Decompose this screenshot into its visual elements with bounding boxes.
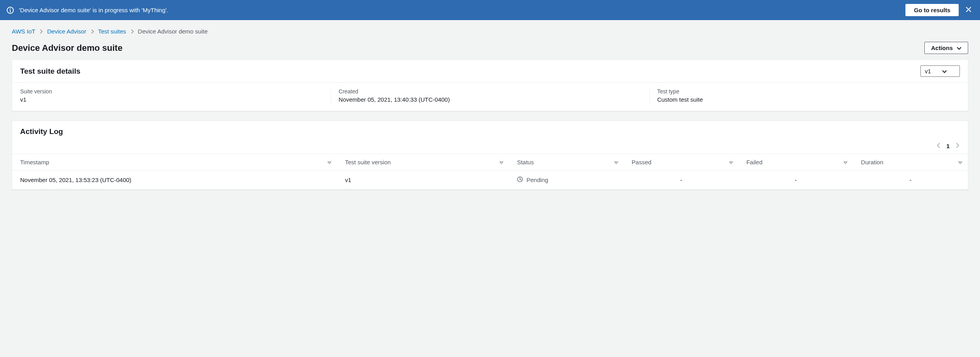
test-suite-details-panel: Test suite details v1 Suite version v1 C… [12,60,968,111]
activity-log-title: Activity Log [20,127,960,136]
sort-icon [614,159,618,165]
col-timestamp[interactable]: Timestamp [12,154,337,171]
caret-down-icon [942,68,947,74]
version-select[interactable]: v1 [920,65,960,77]
sort-icon [958,159,962,165]
caret-down-icon [957,45,961,51]
go-to-results-button[interactable]: Go to results [905,4,959,16]
sort-icon [843,159,847,165]
close-banner-button[interactable] [963,4,974,16]
chevron-right-icon [39,29,43,34]
col-status[interactable]: Status [509,154,624,171]
activity-log-table: Timestamp Test suite version Status Pass… [12,154,968,190]
chevron-right-icon [955,142,960,150]
cell-status: Pending [509,171,624,190]
chevron-right-icon [130,29,134,34]
title-row: Device Advisor demo suite Actions [12,42,968,54]
page-number: 1 [946,143,950,149]
pagination: 1 [12,136,968,154]
page-title: Device Advisor demo suite [12,43,122,53]
status-text: Pending [526,177,548,183]
cell-failed: - [739,171,853,190]
notification-banner: 'Device Advisor demo suite' is in progre… [0,0,980,20]
table-row[interactable]: November 05, 2021, 13:53:23 (UTC-0400) v… [12,171,968,190]
chevron-left-icon [936,142,941,150]
activity-log-panel: Activity Log 1 Timestamp Test suite vers… [12,121,968,190]
version-select-value: v1 [925,68,931,74]
actions-button-label: Actions [931,45,953,51]
sort-icon [327,159,331,165]
prev-page-button[interactable] [936,142,941,150]
info-icon [6,6,14,14]
next-page-button[interactable] [955,142,960,150]
cell-duration: - [853,171,968,190]
details-title: Test suite details [20,67,80,76]
breadcrumb-link-aws-iot[interactable]: AWS IoT [12,28,35,35]
cell-passed: - [624,171,739,190]
chevron-right-icon [90,29,94,34]
banner-message: 'Device Advisor demo suite' is in progre… [19,7,901,13]
col-passed[interactable]: Passed [624,154,739,171]
clock-icon [517,176,523,184]
svg-point-1 [10,8,11,9]
field-test-type: Test type Custom test suite [649,83,968,111]
col-failed[interactable]: Failed [739,154,853,171]
cell-timestamp: November 05, 2021, 13:53:23 (UTC-0400) [12,171,337,190]
field-label: Suite version [20,88,323,95]
cell-version: v1 [337,171,509,190]
breadcrumb-link-device-advisor[interactable]: Device Advisor [47,28,86,35]
field-value: November 05, 2021, 13:40:33 (UTC-0400) [339,96,641,103]
breadcrumb: AWS IoT Device Advisor Test suites Devic… [12,28,968,35]
breadcrumb-link-test-suites[interactable]: Test suites [98,28,126,35]
sort-icon [499,159,503,165]
col-duration[interactable]: Duration [853,154,968,171]
svg-rect-2 [10,10,11,12]
breadcrumb-current: Device Advisor demo suite [138,28,208,35]
close-icon [965,6,972,14]
field-suite-version: Suite version v1 [12,83,331,111]
col-version[interactable]: Test suite version [337,154,509,171]
sort-icon [729,159,733,165]
field-created: Created November 05, 2021, 13:40:33 (UTC… [331,83,649,111]
field-label: Test type [657,88,960,95]
field-value: v1 [20,96,323,103]
field-value: Custom test suite [657,96,960,103]
table-header-row: Timestamp Test suite version Status Pass… [12,154,968,171]
actions-button[interactable]: Actions [924,42,968,54]
field-label: Created [339,88,641,95]
